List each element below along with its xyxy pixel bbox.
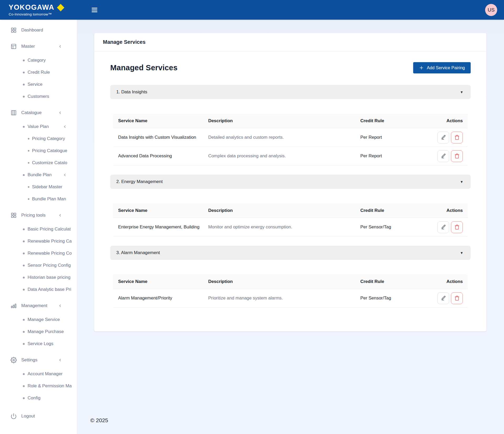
sidebar-item-value-plan[interactable]: Value Plan bbox=[0, 121, 77, 133]
hamburger-menu-button[interactable] bbox=[90, 5, 99, 15]
caret-down-icon: ▼ bbox=[460, 90, 463, 94]
bullet-dot bbox=[23, 319, 25, 321]
sidebar-item-master[interactable]: Master bbox=[0, 40, 77, 52]
sidebar-item-bundle-plan-manager[interactable]: Bundle Plan Man bbox=[0, 193, 77, 205]
section-header-data-insights[interactable]: 1. Data Insights ▼ bbox=[110, 85, 471, 99]
sidebar-item-historian-base-pricing[interactable]: Historian base pricing bbox=[0, 271, 77, 283]
user-avatar[interactable]: US bbox=[485, 4, 497, 16]
sidebar-item-manage-service[interactable]: Manage Service bbox=[0, 314, 77, 326]
edit-button[interactable] bbox=[437, 221, 449, 233]
sidebar-item-role-permission[interactable]: Role & Permission Ma bbox=[0, 380, 77, 392]
delete-button[interactable] bbox=[451, 292, 463, 304]
bullet-dot bbox=[23, 397, 25, 399]
page-title: Managed Services bbox=[110, 63, 177, 72]
brand-logo: YOKOGAWA Co-Innovating tomorrow™ bbox=[0, 3, 77, 16]
sidebar-item-credit-rule[interactable]: Credit Rule bbox=[0, 66, 77, 78]
sidebar-item-basic-pricing-calculator[interactable]: Basic Pricing Calculat bbox=[0, 223, 77, 235]
sidebar-item-customers[interactable]: Customers bbox=[0, 90, 77, 103]
col-credit-rule: Credit Rule bbox=[355, 275, 430, 289]
sidebar-item-category[interactable]: Category bbox=[0, 54, 77, 66]
bullet-dot bbox=[23, 240, 25, 242]
trash-icon bbox=[454, 135, 460, 140]
chevron-left-icon bbox=[58, 304, 62, 308]
copyright-text: © 2025 bbox=[90, 417, 486, 434]
sidebar-item-logout[interactable]: Logout bbox=[0, 410, 77, 422]
sidebar-item-pricing-tools[interactable]: Pricing tools bbox=[0, 209, 77, 221]
pricing-tools-icon bbox=[10, 212, 17, 218]
bullet-dot bbox=[28, 150, 29, 152]
logo-text: YOKOGAWA bbox=[9, 3, 54, 12]
data-insights-table: Service Name Description Credit Rule Act… bbox=[113, 114, 468, 165]
bullet-dot bbox=[23, 60, 25, 61]
sidebar-item-account-manager[interactable]: Account Manager bbox=[0, 368, 77, 380]
brand-diamond-icon bbox=[57, 4, 64, 11]
sidebar-item-manage-purchase[interactable]: Manage Purchase bbox=[0, 326, 77, 338]
edit-button[interactable] bbox=[437, 292, 449, 304]
sidebar-item-config[interactable]: Config bbox=[0, 392, 77, 404]
delete-button[interactable] bbox=[451, 221, 463, 233]
sidebar-item-renewable-pricing-co[interactable]: Renewable Pricing Co bbox=[0, 247, 77, 259]
sidebar: Dashboard Master Category Credit Rule Se… bbox=[0, 20, 77, 434]
settings-gear-icon bbox=[10, 357, 17, 363]
edit-pencil-icon bbox=[441, 296, 446, 301]
chevron-left-icon bbox=[58, 213, 62, 217]
edit-button[interactable] bbox=[437, 132, 449, 143]
bullet-dot bbox=[23, 126, 25, 128]
col-actions: Actions bbox=[430, 114, 468, 128]
bullet-dot bbox=[23, 373, 25, 375]
bullet-dot bbox=[23, 331, 25, 333]
chevron-left-icon bbox=[58, 358, 62, 362]
edit-pencil-icon bbox=[441, 153, 446, 159]
col-description: Description bbox=[203, 114, 355, 128]
sidebar-item-dashboard[interactable]: Dashboard bbox=[0, 24, 77, 36]
col-actions: Actions bbox=[430, 275, 468, 289]
table-row: Alarm Management/Priority Prioritize and… bbox=[113, 289, 468, 308]
logout-power-icon bbox=[10, 413, 17, 419]
sidebar-item-sensor-pricing-config[interactable]: Sensor Pricing Config bbox=[0, 259, 77, 271]
caret-down-icon: ▼ bbox=[460, 251, 463, 255]
sidebar-item-service[interactable]: Service bbox=[0, 78, 77, 90]
sidebar-item-pricing-catalogue[interactable]: Pricing Catalogue bbox=[0, 145, 77, 157]
col-service-name: Service Name bbox=[113, 275, 203, 289]
top-bar: YOKOGAWA Co-Innovating tomorrow™ US bbox=[0, 0, 504, 20]
col-service-name: Service Name bbox=[113, 114, 203, 128]
bullet-dot bbox=[23, 265, 25, 266]
chevron-left-icon bbox=[58, 44, 62, 49]
bullet-dot bbox=[23, 228, 25, 230]
col-description: Description bbox=[203, 275, 355, 289]
sidebar-item-customize-catalogue[interactable]: Customize Catalo bbox=[0, 157, 77, 169]
caret-down-icon: ▼ bbox=[460, 180, 463, 184]
bullet-dot bbox=[23, 72, 25, 73]
section-header-alarm-management[interactable]: 3. Alarm Management ▼ bbox=[110, 246, 471, 260]
trash-icon bbox=[454, 153, 460, 159]
sidebar-item-settings[interactable]: Settings bbox=[0, 354, 77, 366]
sidebar-item-data-analytic-base-pricing[interactable]: Data Analytic base Pri bbox=[0, 283, 77, 296]
chevron-left-icon bbox=[58, 111, 62, 115]
bullet-dot bbox=[23, 84, 25, 85]
delete-button[interactable] bbox=[451, 150, 463, 162]
bullet-dot bbox=[23, 277, 25, 278]
table-row: Advanced Data Processing Complex data pr… bbox=[113, 147, 468, 165]
table-header-row: Service Name Description Credit Rule Act… bbox=[113, 114, 468, 128]
table-row: Enterprise Energy Management, Building M… bbox=[113, 218, 468, 237]
section-header-energy-management[interactable]: 2. Energy Management ▼ bbox=[110, 175, 471, 189]
edit-button[interactable] bbox=[437, 150, 449, 162]
sidebar-item-service-logs[interactable]: Service Logs bbox=[0, 338, 77, 350]
bullet-dot bbox=[28, 186, 29, 188]
hamburger-icon bbox=[91, 6, 98, 14]
edit-pencil-icon bbox=[441, 224, 446, 230]
sidebar-item-bundle-plan[interactable]: Bundle Plan bbox=[0, 169, 77, 181]
energy-management-table: Service Name Description Credit Rule Act… bbox=[113, 203, 468, 237]
col-actions: Actions bbox=[430, 203, 468, 218]
dashboard-icon bbox=[10, 27, 17, 33]
sidebar-item-sidebar-master[interactable]: Sidebar Master bbox=[0, 181, 77, 193]
col-service-name: Service Name bbox=[113, 203, 203, 218]
add-service-pairing-button[interactable]: Add Service Pairing bbox=[413, 62, 471, 73]
sidebar-item-pricing-category[interactable]: Pricing Category bbox=[0, 133, 77, 145]
sidebar-item-catalogue[interactable]: Catalogue bbox=[0, 106, 77, 119]
sidebar-item-renewable-pricing-ca[interactable]: Renewable Pricing Ca bbox=[0, 235, 77, 247]
trash-icon bbox=[454, 224, 460, 230]
bullet-dot bbox=[28, 162, 29, 164]
sidebar-item-management[interactable]: Management bbox=[0, 299, 77, 312]
delete-button[interactable] bbox=[451, 132, 463, 143]
